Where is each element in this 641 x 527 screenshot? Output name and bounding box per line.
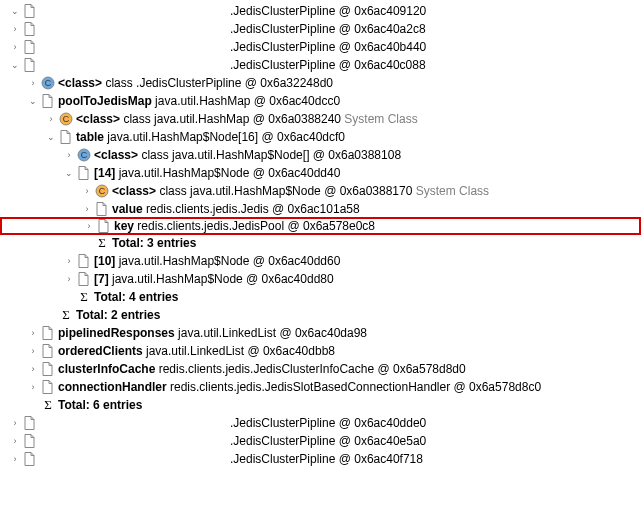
collapse-toggle[interactable]: ⌄ [8,58,22,72]
file-icon [22,451,38,467]
tree-row[interactable]: ⌄[14] java.util.HashMap$Node @ 0x6ac40dd… [0,164,641,182]
sigma-icon: Σ [58,307,74,323]
tree-row[interactable]: ›C<class> class java.util.HashMap @ 0x6a… [0,110,641,128]
tree-row[interactable]: ›orderedClients java.util.LinkedList @ 0… [0,342,641,360]
file-icon [22,21,38,37]
tree-row-label: table java.util.HashMap$Node[16] @ 0x6ac… [76,130,345,144]
file-icon [96,218,112,234]
collapse-toggle[interactable]: ⌄ [8,4,22,18]
tree-row[interactable]: ›clusterInfoCache redis.clients.jedis.Je… [0,360,641,378]
file-icon [40,325,56,341]
class-icon: C [58,111,74,127]
file-icon [76,271,92,287]
svg-text:C: C [45,78,52,88]
file-icon [40,361,56,377]
file-icon [22,57,38,73]
expand-toggle[interactable]: › [62,254,76,268]
expand-toggle[interactable]: › [80,202,94,216]
tree-row[interactable]: ›pipelinedResponses java.util.LinkedList… [0,324,641,342]
expand-toggle[interactable]: › [26,76,40,90]
tree-row-label: .JedisClusterPipline @ 0x6ac40dde0 [40,416,426,430]
tree-row[interactable]: ⌄poolToJedisMap java.util.HashMap @ 0x6a… [0,92,641,110]
tree-row[interactable]: ›key redis.clients.jedis.JedisPool @ 0x6… [0,217,641,235]
collapse-toggle[interactable]: ⌄ [44,130,58,144]
tree-row-label: Total: 6 entries [58,398,142,412]
sigma-icon: Σ [76,289,92,305]
file-icon [22,415,38,431]
expand-toggle[interactable]: › [82,219,96,233]
tree-row-label: Total: 3 entries [112,236,196,250]
file-icon [22,39,38,55]
tree-row[interactable]: ⌄.JedisClusterPipline @ 0x6ac40c088 [0,56,641,74]
expand-toggle[interactable]: › [44,112,58,126]
tree-row[interactable]: ⌄.JedisClusterPipline @ 0x6ac409120 [0,2,641,20]
sigma-icon: Σ [94,235,110,251]
expand-toggle[interactable]: › [26,362,40,376]
tree-row[interactable]: ›.JedisClusterPipline @ 0x6ac40b440 [0,38,641,56]
file-icon [40,343,56,359]
expand-toggle[interactable]: › [62,272,76,286]
tree-row-label: Total: 2 entries [76,308,160,322]
tree-row-label: .JedisClusterPipline @ 0x6ac40a2c8 [40,22,426,36]
expand-toggle[interactable]: › [8,40,22,54]
expand-toggle[interactable]: › [8,434,22,448]
tree-row[interactable]: ›.JedisClusterPipline @ 0x6ac40a2c8 [0,20,641,38]
file-icon [94,201,110,217]
tree-row[interactable]: ΣTotal: 2 entries [0,306,641,324]
expand-toggle[interactable]: › [26,326,40,340]
collapse-toggle[interactable]: ⌄ [62,166,76,180]
tree-row[interactable]: ΣTotal: 3 entries [0,234,641,252]
file-icon [40,379,56,395]
tree-row-label: key redis.clients.jedis.JedisPool @ 0x6a… [114,219,375,233]
expand-toggle[interactable]: › [80,184,94,198]
tree-row[interactable]: ⌄table java.util.HashMap$Node[16] @ 0x6a… [0,128,641,146]
tree-row[interactable]: ›.JedisClusterPipline @ 0x6ac40e5a0 [0,432,641,450]
file-icon [40,93,56,109]
tree-row[interactable]: ›C<class> class java.util.HashMap$Node[]… [0,146,641,164]
expand-toggle[interactable]: › [26,344,40,358]
tree-row-label: .JedisClusterPipline @ 0x6ac40b440 [40,40,426,54]
tree-row-label: pipelinedResponses java.util.LinkedList … [58,326,367,340]
tree-row[interactable]: ΣTotal: 4 entries [0,288,641,306]
tree-row[interactable]: ›connectionHandler redis.clients.jedis.J… [0,378,641,396]
file-icon [22,3,38,19]
tree-row-label: .JedisClusterPipline @ 0x6ac40e5a0 [40,434,426,448]
tree-row-label: clusterInfoCache redis.clients.jedis.Jed… [58,362,466,376]
tree-row-label: orderedClients java.util.LinkedList @ 0x… [58,344,335,358]
tree-row-label: .JedisClusterPipline @ 0x6ac409120 [40,4,426,18]
tree-row[interactable]: ›C<class> class java.util.HashMap$Node @… [0,182,641,200]
expand-toggle[interactable]: › [8,416,22,430]
tree-row-label: .JedisClusterPipline @ 0x6ac40c088 [40,58,426,72]
tree-row-label: [7] java.util.HashMap$Node @ 0x6ac40dd80 [94,272,334,286]
expand-toggle[interactable]: › [8,22,22,36]
file-icon [58,129,74,145]
tree-row-label: value redis.clients.jedis.Jedis @ 0x6ac1… [112,202,360,216]
tree-row[interactable]: ›.JedisClusterPipline @ 0x6ac40dde0 [0,414,641,432]
svg-text:C: C [99,186,106,196]
tree-row-label: [14] java.util.HashMap$Node @ 0x6ac40dd4… [94,166,340,180]
sigma-icon: Σ [40,397,56,413]
tree-row-label: connectionHandler redis.clients.jedis.Je… [58,380,541,394]
tree-row-label: .JedisClusterPipline @ 0x6ac40f718 [40,452,423,466]
tree-row[interactable]: ΣTotal: 6 entries [0,396,641,414]
class-icon: C [94,183,110,199]
expand-toggle[interactable]: › [8,452,22,466]
tree-row[interactable]: ›[10] java.util.HashMap$Node @ 0x6ac40dd… [0,252,641,270]
expand-toggle[interactable]: › [26,380,40,394]
class-icon: C [40,75,56,91]
tree-row-label: <class> class .JedisClusterPipline @ 0x6… [58,76,333,90]
tree-row[interactable]: ›C<class> class .JedisClusterPipline @ 0… [0,74,641,92]
svg-text:C: C [63,114,70,124]
collapse-toggle[interactable]: ⌄ [26,94,40,108]
file-icon [22,433,38,449]
tree-row-label: Total: 4 entries [94,290,178,304]
expand-toggle[interactable]: › [62,148,76,162]
tree-row[interactable]: ›[7] java.util.HashMap$Node @ 0x6ac40dd8… [0,270,641,288]
svg-text:C: C [81,150,88,160]
tree-row[interactable]: ›value redis.clients.jedis.Jedis @ 0x6ac… [0,200,641,218]
file-icon [76,253,92,269]
tree-row-label: <class> class java.util.HashMap$Node[] @… [94,148,401,162]
object-tree[interactable]: ⌄.JedisClusterPipline @ 0x6ac409120›.Jed… [0,0,641,470]
file-icon [76,165,92,181]
tree-row[interactable]: ›.JedisClusterPipline @ 0x6ac40f718 [0,450,641,468]
